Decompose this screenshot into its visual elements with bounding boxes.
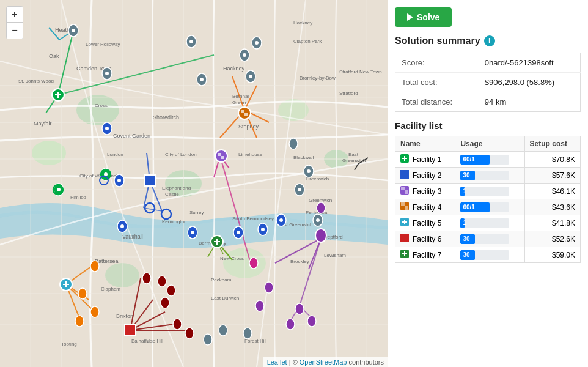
svg-text:St. John's Wood: St. John's Wood: [18, 78, 54, 84]
svg-text:London: London: [107, 152, 123, 157]
table-row: Facility 4 60/1 $43.6K: [395, 199, 581, 215]
col-name-header: Name: [395, 136, 455, 152]
zoom-in-button[interactable]: +: [7, 7, 23, 23]
svg-text:Clapton Park: Clapton Park: [293, 39, 322, 44]
svg-point-172: [315, 229, 326, 242]
svg-rect-199: [401, 202, 405, 206]
facility-cost-cell: $41.8K: [524, 215, 580, 231]
svg-point-128: [261, 228, 265, 231]
svg-text:Shoreditch: Shoreditch: [153, 114, 179, 120]
svg-rect-158: [125, 325, 136, 336]
facility-icon: [400, 202, 409, 212]
svg-text:Lewisham: Lewisham: [324, 253, 346, 258]
svg-point-118: [105, 127, 109, 130]
svg-point-175: [90, 306, 99, 317]
table-row: Facility 6 30 $52.6K: [395, 231, 581, 247]
svg-point-169: [295, 303, 304, 314]
table-row: Facility 1 60/1 $70.8K: [395, 152, 581, 168]
svg-point-136: [307, 169, 311, 173]
svg-point-174: [78, 288, 87, 299]
svg-text:Peckham: Peckham: [211, 277, 232, 283]
svg-text:City of London: City of London: [165, 152, 197, 157]
solve-button-label: Solve: [417, 12, 439, 22]
facility-icon: [400, 218, 409, 228]
table-row: Facility 2 30 $57.6K: [395, 168, 581, 184]
facility-name: Facility 4: [413, 203, 441, 212]
facility-name: Facility 3: [413, 187, 441, 196]
svg-point-132: [316, 218, 320, 222]
svg-point-182: [185, 328, 194, 339]
facility-usage-cell: 1: [455, 184, 524, 199]
svg-point-173: [90, 261, 99, 272]
svg-point-134: [298, 188, 301, 191]
map-container[interactable]: Heath Oak Lower Holloway St. John's Wood…: [0, 0, 388, 367]
svg-text:Brixton: Brixton: [116, 313, 133, 319]
facility-usage-cell: 1: [455, 215, 524, 231]
svg-text:Bromley-by-Bow: Bromley-by-Bow: [300, 75, 336, 81]
facility-list-title: Facility list: [395, 120, 581, 131]
svg-rect-200: [405, 206, 408, 210]
svg-text:Cross: Cross: [95, 103, 108, 108]
facility-name-cell: Facility 5: [395, 215, 455, 231]
svg-text:Green: Green: [232, 100, 246, 105]
facility-icon: [400, 170, 409, 180]
osm-link[interactable]: OpenStreetMap: [300, 358, 347, 366]
facility-name: Facility 6: [413, 235, 441, 243]
solve-button[interactable]: Solve: [395, 7, 452, 27]
svg-point-122: [249, 75, 252, 78]
svg-point-163: [317, 202, 325, 213]
facility-name-cell: Facility 2: [395, 168, 455, 184]
facility-icon: [400, 234, 409, 244]
svg-point-110: [189, 40, 193, 43]
leaflet-link[interactable]: Leaflet: [267, 358, 287, 366]
svg-point-180: [161, 297, 169, 308]
svg-point-120: [105, 72, 109, 75]
facility-icon: [400, 186, 409, 196]
svg-point-178: [158, 276, 166, 287]
map-attribution: Leaflet | © OpenStreetMap contributors: [263, 357, 388, 367]
total-cost-value: $906,298.0 (58.8%): [479, 73, 581, 92]
attribution-contributors: contributors: [349, 358, 384, 366]
solution-summary-title: Solution summary i: [395, 35, 581, 46]
facility-cost-cell: $59.0K: [524, 247, 580, 263]
svg-point-183: [249, 258, 258, 269]
facility-icon: [400, 154, 409, 165]
total-distance-row: Total distance: 94 km: [395, 92, 581, 112]
svg-point-164: [243, 328, 252, 339]
facility-cost-cell: $43.6K: [524, 199, 580, 215]
svg-rect-151: [221, 156, 224, 159]
svg-text:Blackwall: Blackwall: [293, 155, 314, 160]
facility-usage-cell: 30: [455, 168, 524, 184]
svg-text:Tooting: Tooting: [61, 341, 77, 347]
svg-point-167: [265, 282, 273, 293]
svg-point-165: [219, 325, 227, 336]
facility-cost-cell: $70.8K: [524, 152, 580, 168]
facility-usage-cell: 60/1: [455, 199, 524, 215]
svg-text:Hackney: Hackney: [223, 65, 245, 72]
svg-text:Stepney: Stepney: [238, 124, 259, 130]
info-icon[interactable]: i: [484, 35, 495, 46]
facility-name: Facility 5: [413, 219, 441, 228]
total-distance-label: Total distance:: [395, 92, 479, 112]
solution-panel: Solve Solution summary i Score: 0hard/-5…: [388, 0, 588, 367]
zoom-out-button[interactable]: −: [7, 23, 23, 39]
score-value: 0hard/-5621398soft: [479, 53, 581, 73]
svg-text:Limehouse: Limehouse: [238, 152, 263, 157]
svg-text:New Cross: New Cross: [220, 256, 244, 261]
attribution-separator: | ©: [289, 358, 300, 366]
facility-name: Facility 7: [413, 251, 441, 259]
facility-usage-cell: 60/1: [455, 152, 524, 168]
facility-name-cell: Facility 1: [395, 152, 455, 168]
svg-point-179: [167, 285, 175, 296]
table-header-row: Name Usage Setup cost: [395, 136, 581, 152]
svg-text:Greenwich: Greenwich: [342, 158, 366, 163]
svg-point-176: [75, 316, 84, 327]
svg-rect-150: [218, 153, 221, 156]
svg-text:Hackney: Hackney: [293, 20, 312, 26]
svg-point-108: [72, 29, 75, 32]
svg-text:Heath: Heath: [55, 27, 70, 33]
svg-text:Clapham: Clapham: [101, 286, 120, 292]
total-distance-value: 94 km: [479, 92, 581, 112]
svg-point-168: [255, 300, 264, 311]
summary-title-text: Solution summary: [395, 35, 480, 46]
